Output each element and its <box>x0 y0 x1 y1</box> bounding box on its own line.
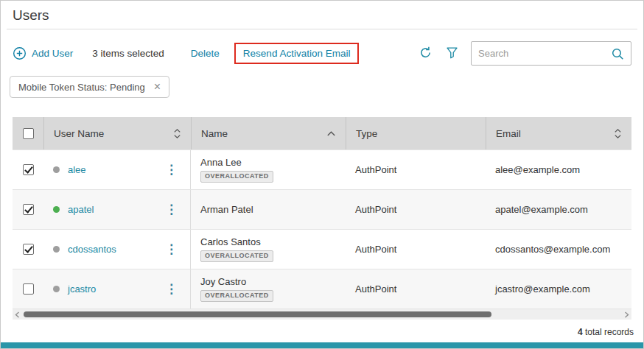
username-link[interactable]: jcastro <box>68 283 96 295</box>
column-header-name[interactable]: Name <box>191 117 346 149</box>
search-box <box>471 41 631 66</box>
email-cell: alee@example.com <box>486 164 631 175</box>
resend-activation-email-button[interactable]: Resend Activation Email <box>243 48 351 59</box>
username-cell: cdossantos ⋮ <box>43 230 191 269</box>
row-checkbox-cell <box>13 244 43 255</box>
username-cell: jcastro ⋮ <box>43 269 191 309</box>
username-cell: apatel ⋮ <box>43 190 191 229</box>
table-row: alee ⋮ Anna Lee OVERALLOCATED AuthPoint … <box>13 149 631 189</box>
type-cell: AuthPoint <box>346 204 486 215</box>
scrollbar-track[interactable] <box>22 311 622 318</box>
table-row: apatel ⋮ Arman Patel AuthPoint apatel@ex… <box>13 189 631 229</box>
record-count: 4 total records <box>578 327 634 337</box>
row-checkbox-cell <box>13 164 43 175</box>
status-dot <box>53 206 60 213</box>
type-cell: AuthPoint <box>346 164 486 175</box>
chip-close-icon[interactable]: × <box>154 81 161 93</box>
selected-count: 3 items selected <box>92 48 164 59</box>
sort-both-icon <box>614 128 622 139</box>
full-name: Anna Lee <box>200 157 336 168</box>
table-header: User Name Name Type Email <box>13 117 631 149</box>
type-cell: AuthPoint <box>346 244 486 255</box>
full-name: Joy Castro <box>200 276 336 287</box>
row-checkbox[interactable] <box>23 283 34 295</box>
overallocated-badge: OVERALLOCATED <box>200 171 273 183</box>
status-dot <box>53 246 60 253</box>
delete-button[interactable]: Delete <box>191 48 220 59</box>
add-user-button[interactable]: Add User <box>13 46 73 60</box>
filter-chip: Mobile Token Status: Pending × <box>10 76 169 98</box>
scroll-left-icon[interactable] <box>13 311 22 318</box>
name-cell: Anna Lee OVERALLOCATED <box>191 151 346 188</box>
users-page: Users Add User 3 items selected Delete R… <box>0 0 644 349</box>
row-checkbox-cell <box>13 204 43 215</box>
column-label: Email <box>496 128 521 139</box>
column-header-type[interactable]: Type <box>346 117 486 149</box>
name-cell: Carlos Santos OVERALLOCATED <box>191 230 346 268</box>
overallocated-badge: OVERALLOCATED <box>200 250 273 262</box>
table-row: jcastro ⋮ Joy Castro OVERALLOCATED AuthP… <box>13 269 631 309</box>
status-dot <box>53 286 60 292</box>
refresh-icon <box>419 46 433 62</box>
search-input[interactable] <box>478 48 611 59</box>
active-filters-row: Mobile Token Status: Pending × <box>1 74 643 108</box>
plus-circle-icon <box>13 46 27 60</box>
kebab-menu-icon[interactable]: ⋮ <box>162 281 181 297</box>
username-link[interactable]: alee <box>68 164 86 175</box>
column-header-email[interactable]: Email <box>486 117 631 149</box>
username-link[interactable]: cdossantos <box>68 244 116 255</box>
full-name: Arman Patel <box>200 204 336 215</box>
toolbar: Add User 3 items selected Delete Resend … <box>1 29 643 74</box>
column-header-username[interactable]: User Name <box>43 117 191 149</box>
email-cell: jcastro@example.com <box>486 283 631 295</box>
record-count-number: 4 <box>578 327 583 337</box>
full-name: Carlos Santos <box>200 236 336 247</box>
users-table: User Name Name Type Email <box>13 117 631 320</box>
overallocated-badge: OVERALLOCATED <box>200 290 273 302</box>
kebab-menu-icon[interactable]: ⋮ <box>162 162 181 177</box>
row-checkbox[interactable] <box>23 164 34 175</box>
record-count-label: total records <box>585 327 634 337</box>
refresh-button[interactable] <box>419 46 433 62</box>
horizontal-scrollbar[interactable] <box>13 309 631 320</box>
select-all-checkbox[interactable] <box>23 128 34 139</box>
annotation-highlight-box: Resend Activation Email <box>234 43 360 64</box>
row-checkbox-cell <box>13 283 43 295</box>
filter-chip-label: Mobile Token Status: Pending <box>18 82 145 93</box>
bottom-accent-bar <box>1 342 643 348</box>
kebab-menu-icon[interactable]: ⋮ <box>162 202 181 217</box>
status-dot <box>53 166 60 173</box>
page-title: Users <box>13 7 631 24</box>
username-link[interactable]: apatel <box>68 204 94 215</box>
sort-both-icon <box>173 128 181 139</box>
funnel-icon <box>446 46 458 61</box>
sort-ascending-icon <box>326 130 336 137</box>
search-icon <box>611 47 624 60</box>
scrollbar-thumb[interactable] <box>24 311 491 317</box>
filter-button[interactable] <box>446 46 458 61</box>
type-cell: AuthPoint <box>346 283 486 295</box>
row-checkbox[interactable] <box>23 204 34 215</box>
title-bar: Users <box>1 1 643 24</box>
row-checkbox[interactable] <box>23 244 34 255</box>
column-label: Type <box>356 128 377 139</box>
column-label: Name <box>201 128 228 139</box>
email-cell: apatel@example.com <box>486 204 631 215</box>
column-label: User Name <box>54 128 104 139</box>
kebab-menu-icon[interactable]: ⋮ <box>162 242 181 257</box>
username-cell: alee ⋮ <box>43 150 191 189</box>
table-row: cdossantos ⋮ Carlos Santos OVERALLOCATED… <box>13 229 631 269</box>
add-user-label: Add User <box>32 48 73 59</box>
select-all-cell <box>13 117 43 149</box>
name-cell: Arman Patel <box>191 198 346 221</box>
email-cell: cdossantos@example.com <box>486 244 631 255</box>
name-cell: Joy Castro OVERALLOCATED <box>191 270 346 308</box>
table-body: alee ⋮ Anna Lee OVERALLOCATED AuthPoint … <box>13 149 631 309</box>
scroll-right-icon[interactable] <box>622 311 631 318</box>
